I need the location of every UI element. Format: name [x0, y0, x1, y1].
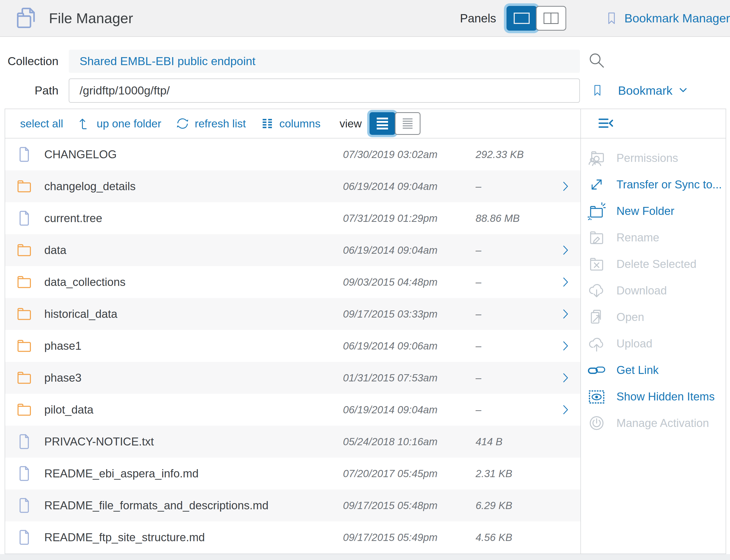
file-date: 07/20/2017 05:45pm: [343, 458, 438, 489]
file-date: 09/17/2015 05:49pm: [343, 521, 438, 553]
columns-icon: [260, 117, 274, 130]
chevron-right-icon[interactable]: [559, 372, 572, 384]
actions-sidebar: Permissions Transfer or Sync to... New F…: [580, 109, 726, 554]
file-date: 09/17/2015 05:48pm: [343, 489, 438, 521]
sidebar-item-label: Upload: [616, 337, 652, 350]
chevron-right-icon[interactable]: [559, 276, 572, 288]
up-one-folder-button[interactable]: up one folder: [77, 117, 161, 130]
chevron-right-icon[interactable]: [559, 180, 572, 193]
file-manager-icon: [14, 6, 39, 30]
sidebar-item-download[interactable]: Download: [581, 277, 726, 304]
refresh-list-button[interactable]: refresh list: [176, 117, 246, 130]
sidebar-header: [581, 109, 726, 138]
chevron-right-icon[interactable]: [559, 244, 572, 256]
sidebar-item-label: Rename: [616, 231, 659, 244]
folder-icon: [16, 338, 32, 354]
file-row[interactable]: data 06/19/2014 09:04am –: [5, 234, 580, 266]
chevron-right-icon[interactable]: [559, 340, 572, 352]
open-icon: [588, 308, 606, 326]
view-toggle: [370, 112, 421, 135]
sidebar-item-delete-selected[interactable]: Delete Selected: [581, 251, 726, 277]
file-name: README_ftp_site_structure.md: [44, 521, 205, 553]
file-row[interactable]: changelog_details 06/19/2014 09:04am –: [5, 170, 580, 202]
file-icon: [16, 146, 32, 163]
sidebar-item-get-link[interactable]: Get Link: [581, 357, 726, 383]
search-icon[interactable]: [588, 51, 606, 71]
file-name: phase1: [44, 330, 81, 362]
page-title: File Manager: [49, 10, 133, 27]
file-row[interactable]: data_collections 09/03/2015 04:48pm –: [5, 266, 580, 298]
collapse-sidebar-button[interactable]: [596, 115, 615, 132]
columns-button[interactable]: columns: [260, 117, 320, 130]
file-size: 6.29 KB: [476, 489, 512, 521]
list-view-icon: [377, 118, 388, 129]
file-row[interactable]: README_ftp_site_structure.md 09/17/2015 …: [5, 521, 580, 553]
file-size: –: [476, 394, 481, 426]
panels-toggle: [507, 6, 566, 31]
file-date: 09/17/2015 03:33pm: [343, 298, 438, 330]
file-size: 414 B: [476, 426, 503, 458]
file-size: –: [476, 330, 481, 362]
file-row[interactable]: README_file_formats_and_descriptions.md …: [5, 489, 580, 521]
columns-label: columns: [279, 117, 320, 130]
file-icon: [16, 465, 32, 482]
file-date: 09/03/2015 04:48pm: [343, 266, 438, 298]
chevron-right-icon[interactable]: [559, 404, 572, 416]
folder-icon: [16, 370, 32, 386]
file-name: README_file_formats_and_descriptions.md: [44, 489, 268, 521]
view-compact-button[interactable]: [395, 112, 421, 135]
chevron-right-icon[interactable]: [559, 308, 572, 320]
file-date: 06/19/2014 09:04am: [343, 234, 438, 266]
bookmark-dropdown[interactable]: Bookmark: [591, 80, 689, 100]
sidebar-item-manage-activation[interactable]: Manage Activation: [581, 410, 726, 436]
path-label: Path: [0, 78, 58, 103]
sidebar-item-label: New Folder: [616, 205, 674, 217]
sidebar-item-label: Open: [616, 311, 644, 323]
up-one-folder-label: up one folder: [97, 117, 161, 130]
file-row[interactable]: phase3 01/31/2015 07:53am –: [5, 362, 580, 394]
sidebar-item-permissions[interactable]: Permissions: [581, 145, 726, 171]
sidebar-item-upload[interactable]: Upload: [581, 330, 726, 357]
file-row[interactable]: current.tree 07/31/2019 01:29pm 88.86 MB: [5, 202, 580, 234]
file-row[interactable]: README_ebi_aspera_info.md 07/20/2017 05:…: [5, 458, 580, 489]
file-row[interactable]: phase1 06/19/2014 09:06am –: [5, 330, 580, 362]
bookmark-manager-label: Bookmark Manager: [624, 11, 730, 25]
file-row[interactable]: historical_data 09/17/2015 03:33pm –: [5, 298, 580, 330]
collection-field[interactable]: Shared EMBL-EBI public endpoint: [69, 50, 580, 73]
file-size: 2.31 KB: [476, 458, 512, 489]
sidebar-item-rename[interactable]: Rename: [581, 224, 726, 251]
sidebar-item-new-folder[interactable]: New Folder: [581, 198, 726, 224]
sidebar-item-label: Get Link: [616, 364, 659, 377]
power-icon: [588, 414, 606, 432]
select-all-button[interactable]: select all: [20, 117, 63, 130]
folder-icon: [16, 274, 32, 290]
file-size: –: [476, 170, 481, 202]
sidebar-actions: Permissions Transfer or Sync to... New F…: [581, 138, 726, 436]
file-name: current.tree: [44, 202, 102, 234]
file-icon: [16, 433, 32, 450]
page-footer-strip: [0, 554, 730, 560]
sidebar-item-transfer-or-sync-to[interactable]: Transfer or Sync to...: [581, 171, 726, 198]
bookmark-manager-link[interactable]: Bookmark Manager: [605, 10, 730, 27]
collapse-icon: [596, 115, 615, 132]
panels-single-button[interactable]: [507, 6, 537, 31]
file-row[interactable]: CHANGELOG 07/30/2019 03:02am 292.33 KB: [5, 138, 580, 170]
file-row[interactable]: PRIVACY-NOTICE.txt 05/24/2018 10:16am 41…: [5, 426, 580, 458]
bookmark-label: Bookmark: [618, 83, 673, 98]
sidebar-item-show-hidden-items[interactable]: Show Hidden Items: [581, 383, 726, 410]
file-date: 07/31/2019 01:29pm: [343, 202, 438, 234]
get-link-icon: [588, 361, 606, 379]
sidebar-item-open[interactable]: Open: [581, 304, 726, 330]
upload-icon: [588, 335, 606, 353]
bookmark-icon: [605, 10, 618, 27]
panels-label: Panels: [460, 11, 496, 25]
file-date: 06/19/2014 09:06am: [343, 330, 438, 362]
refresh-icon: [176, 117, 189, 130]
path-input[interactable]: [69, 78, 580, 103]
view-list-button[interactable]: [370, 112, 395, 135]
main-panel: select all up one folder refresh list co…: [5, 109, 726, 554]
panels-dual-button[interactable]: [536, 6, 566, 31]
file-size: 292.33 KB: [476, 138, 524, 170]
file-list: CHANGELOG 07/30/2019 03:02am 292.33 KB c…: [5, 138, 580, 553]
file-row[interactable]: pilot_data 06/19/2014 09:04am –: [5, 394, 580, 426]
